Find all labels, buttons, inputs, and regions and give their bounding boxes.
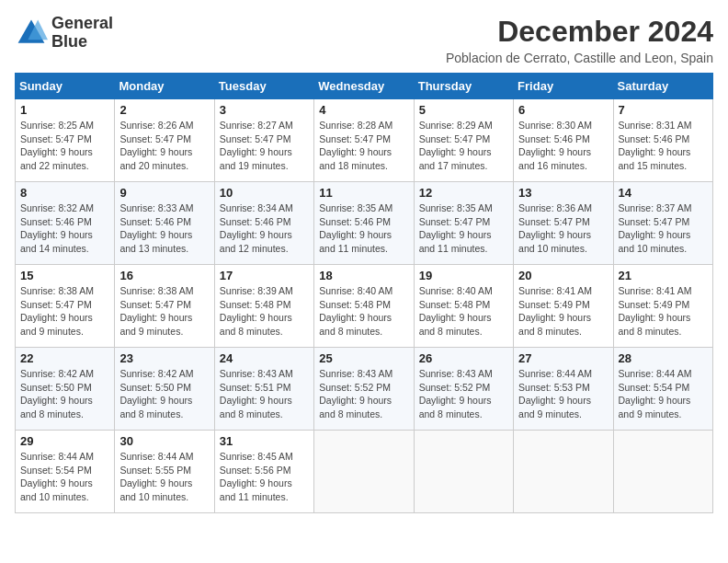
day-number: 22	[20, 351, 109, 365]
day-info: Sunrise: 8:39 AM Sunset: 5:48 PM Dayligh…	[220, 284, 309, 339]
calendar-day-26: 26Sunrise: 8:43 AM Sunset: 5:52 PM Dayli…	[414, 348, 513, 431]
day-info: Sunrise: 8:44 AM Sunset: 5:53 PM Dayligh…	[518, 367, 608, 421]
calendar-day-4: 4Sunrise: 8:28 AM Sunset: 5:47 PM Daylig…	[314, 99, 414, 182]
title-area: December 2024 Poblacion de Cerrato, Cast…	[446, 15, 713, 65]
calendar-week-1: 1Sunrise: 8:25 AM Sunset: 5:47 PM Daylig…	[16, 99, 713, 182]
logo-line1: General	[51, 15, 113, 33]
calendar-day-15: 15Sunrise: 8:38 AM Sunset: 5:47 PM Dayli…	[16, 265, 115, 348]
day-info: Sunrise: 8:38 AM Sunset: 5:47 PM Dayligh…	[20, 284, 109, 339]
day-info: Sunrise: 8:41 AM Sunset: 5:49 PM Dayligh…	[619, 284, 708, 339]
day-number: 27	[518, 351, 608, 365]
calendar-table: SundayMondayTuesdayWednesdayThursdayFrid…	[15, 73, 713, 513]
day-number: 26	[419, 351, 508, 365]
weekday-header-tuesday: Tuesday	[214, 74, 313, 99]
day-number: 2	[119, 103, 209, 117]
day-info: Sunrise: 8:26 AM Sunset: 5:47 PM Dayligh…	[119, 119, 209, 173]
day-info: Sunrise: 8:44 AM Sunset: 5:55 PM Dayligh…	[119, 450, 209, 504]
calendar-day-11: 11Sunrise: 8:35 AM Sunset: 5:46 PM Dayli…	[314, 182, 414, 265]
logo-icon	[15, 17, 48, 50]
calendar-day-13: 13Sunrise: 8:36 AM Sunset: 5:47 PM Dayli…	[514, 182, 613, 265]
day-info: Sunrise: 8:41 AM Sunset: 5:49 PM Dayligh…	[518, 284, 608, 339]
calendar-day-1: 1Sunrise: 8:25 AM Sunset: 5:47 PM Daylig…	[16, 99, 115, 182]
day-number: 7	[619, 103, 708, 117]
day-info: Sunrise: 8:44 AM Sunset: 5:54 PM Dayligh…	[619, 367, 708, 421]
calendar-day-5: 5Sunrise: 8:29 AM Sunset: 5:47 PM Daylig…	[414, 99, 513, 182]
calendar-day-19: 19Sunrise: 8:40 AM Sunset: 5:48 PM Dayli…	[414, 265, 513, 348]
day-number: 29	[20, 434, 109, 448]
day-number: 10	[220, 186, 309, 200]
calendar-day-20: 20Sunrise: 8:41 AM Sunset: 5:49 PM Dayli…	[514, 265, 613, 348]
weekday-header-thursday: Thursday	[414, 74, 513, 99]
location-subtitle: Poblacion de Cerrato, Castille and Leon,…	[446, 51, 713, 65]
day-number: 8	[20, 186, 109, 200]
calendar-day-22: 22Sunrise: 8:42 AM Sunset: 5:50 PM Dayli…	[16, 348, 115, 431]
calendar-empty	[414, 431, 513, 513]
day-info: Sunrise: 8:40 AM Sunset: 5:48 PM Dayligh…	[319, 284, 408, 339]
calendar-body: 1Sunrise: 8:25 AM Sunset: 5:47 PM Daylig…	[16, 99, 713, 513]
calendar-day-24: 24Sunrise: 8:43 AM Sunset: 5:51 PM Dayli…	[214, 348, 313, 431]
calendar-empty	[314, 431, 414, 513]
day-info: Sunrise: 8:30 AM Sunset: 5:46 PM Dayligh…	[518, 119, 608, 173]
calendar-day-30: 30Sunrise: 8:44 AM Sunset: 5:55 PM Dayli…	[115, 431, 214, 513]
calendar-day-8: 8Sunrise: 8:32 AM Sunset: 5:46 PM Daylig…	[16, 182, 115, 265]
calendar-empty	[514, 431, 613, 513]
day-number: 21	[619, 269, 708, 282]
calendar-day-9: 9Sunrise: 8:33 AM Sunset: 5:46 PM Daylig…	[115, 182, 214, 265]
calendar-empty	[613, 431, 712, 513]
month-title: December 2024	[446, 15, 713, 49]
day-info: Sunrise: 8:27 AM Sunset: 5:47 PM Dayligh…	[220, 119, 309, 173]
calendar-day-2: 2Sunrise: 8:26 AM Sunset: 5:47 PM Daylig…	[115, 99, 214, 182]
day-info: Sunrise: 8:31 AM Sunset: 5:46 PM Dayligh…	[619, 119, 708, 173]
day-number: 23	[119, 351, 209, 365]
day-info: Sunrise: 8:43 AM Sunset: 5:52 PM Dayligh…	[419, 367, 508, 421]
calendar-header-row: SundayMondayTuesdayWednesdayThursdayFrid…	[16, 74, 713, 99]
day-number: 6	[518, 103, 608, 117]
calendar-week-4: 22Sunrise: 8:42 AM Sunset: 5:50 PM Dayli…	[16, 348, 713, 431]
day-number: 13	[518, 186, 608, 200]
calendar-day-31: 31Sunrise: 8:45 AM Sunset: 5:56 PM Dayli…	[214, 431, 313, 513]
day-info: Sunrise: 8:37 AM Sunset: 5:47 PM Dayligh…	[619, 201, 708, 256]
calendar-day-12: 12Sunrise: 8:35 AM Sunset: 5:47 PM Dayli…	[414, 182, 513, 265]
calendar-day-17: 17Sunrise: 8:39 AM Sunset: 5:48 PM Dayli…	[214, 265, 313, 348]
day-number: 31	[220, 434, 309, 448]
weekday-header-friday: Friday	[514, 74, 613, 99]
day-number: 15	[20, 269, 109, 282]
calendar-day-3: 3Sunrise: 8:27 AM Sunset: 5:47 PM Daylig…	[214, 99, 313, 182]
day-number: 19	[419, 269, 508, 282]
day-info: Sunrise: 8:34 AM Sunset: 5:46 PM Dayligh…	[220, 201, 309, 256]
calendar-day-28: 28Sunrise: 8:44 AM Sunset: 5:54 PM Dayli…	[613, 348, 712, 431]
day-info: Sunrise: 8:35 AM Sunset: 5:47 PM Dayligh…	[419, 201, 508, 256]
weekday-header-saturday: Saturday	[613, 74, 712, 99]
calendar-week-2: 8Sunrise: 8:32 AM Sunset: 5:46 PM Daylig…	[16, 182, 713, 265]
calendar-week-3: 15Sunrise: 8:38 AM Sunset: 5:47 PM Dayli…	[16, 265, 713, 348]
day-number: 12	[419, 186, 508, 200]
day-number: 14	[619, 186, 708, 200]
calendar-day-7: 7Sunrise: 8:31 AM Sunset: 5:46 PM Daylig…	[613, 99, 712, 182]
calendar-day-16: 16Sunrise: 8:38 AM Sunset: 5:47 PM Dayli…	[115, 265, 214, 348]
day-info: Sunrise: 8:42 AM Sunset: 5:50 PM Dayligh…	[20, 367, 109, 421]
calendar-day-21: 21Sunrise: 8:41 AM Sunset: 5:49 PM Dayli…	[613, 265, 712, 348]
day-number: 24	[220, 351, 309, 365]
day-info: Sunrise: 8:45 AM Sunset: 5:56 PM Dayligh…	[220, 450, 309, 504]
day-info: Sunrise: 8:44 AM Sunset: 5:54 PM Dayligh…	[20, 450, 109, 504]
calendar-day-10: 10Sunrise: 8:34 AM Sunset: 5:46 PM Dayli…	[214, 182, 313, 265]
day-number: 28	[619, 351, 708, 365]
day-info: Sunrise: 8:43 AM Sunset: 5:51 PM Dayligh…	[220, 367, 309, 421]
calendar-week-5: 29Sunrise: 8:44 AM Sunset: 5:54 PM Dayli…	[16, 431, 713, 513]
day-info: Sunrise: 8:33 AM Sunset: 5:46 PM Dayligh…	[119, 201, 209, 256]
calendar-day-27: 27Sunrise: 8:44 AM Sunset: 5:53 PM Dayli…	[514, 348, 613, 431]
day-number: 3	[220, 103, 309, 117]
day-number: 5	[419, 103, 508, 117]
day-info: Sunrise: 8:40 AM Sunset: 5:48 PM Dayligh…	[419, 284, 508, 339]
page-header: General Blue December 2024 Poblacion de …	[15, 15, 713, 65]
calendar-day-29: 29Sunrise: 8:44 AM Sunset: 5:54 PM Dayli…	[16, 431, 115, 513]
day-info: Sunrise: 8:32 AM Sunset: 5:46 PM Dayligh…	[20, 201, 109, 256]
logo: General Blue	[15, 15, 113, 52]
day-number: 16	[119, 269, 209, 282]
day-number: 20	[518, 269, 608, 282]
day-number: 4	[319, 103, 408, 117]
calendar-day-14: 14Sunrise: 8:37 AM Sunset: 5:47 PM Dayli…	[613, 182, 712, 265]
day-number: 17	[220, 269, 309, 282]
day-number: 9	[119, 186, 209, 200]
day-number: 18	[319, 269, 408, 282]
